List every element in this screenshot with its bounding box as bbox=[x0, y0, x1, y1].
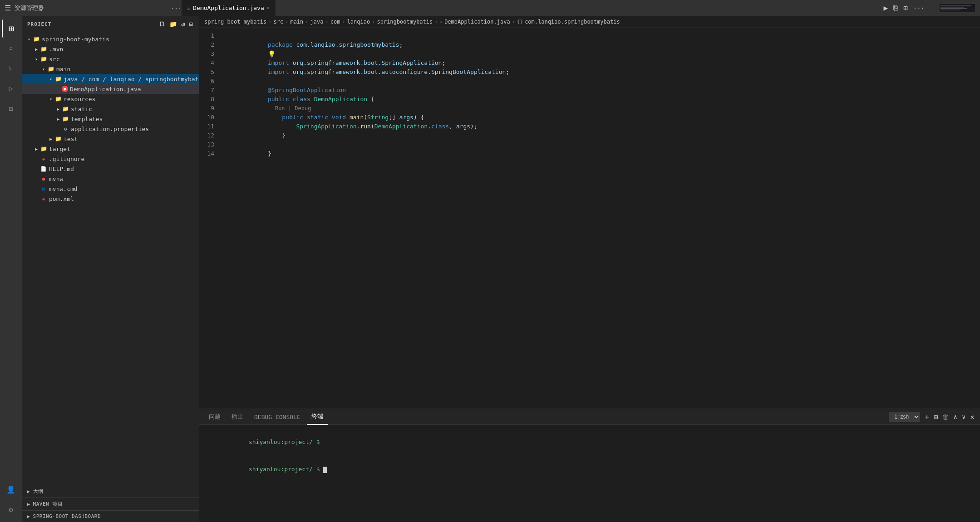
split-editor-button[interactable]: ⎘ bbox=[893, 4, 898, 12]
tree-item-mvnw-cmd[interactable]: ▶ ⊞ mvnw.cmd bbox=[22, 184, 199, 194]
breadcrumb-brace: {} bbox=[517, 19, 523, 24]
label-mvnw: mvnw bbox=[49, 176, 63, 182]
breadcrumb-sep-7: › bbox=[434, 19, 438, 25]
code-lines: package com.lanqiao.springbootmybatis; 💡… bbox=[222, 31, 980, 405]
terminal-close-button[interactable]: × bbox=[970, 413, 975, 421]
code-line-6: @SpringBootApplication bbox=[225, 77, 976, 86]
tab-problems[interactable]: 问题 bbox=[204, 409, 225, 425]
tree-item-pom-xml[interactable]: ▶ ◈ pom.xml bbox=[22, 194, 199, 204]
tree-item-target[interactable]: ▶ 📁 target bbox=[22, 144, 199, 154]
tree-item-demo-app[interactable]: ▶ ● DemoApplication.java bbox=[22, 84, 199, 94]
tab-close-button[interactable]: × bbox=[267, 5, 270, 11]
breadcrumb-class[interactable]: com.lanqiao.springbootmybatis bbox=[525, 19, 620, 25]
new-folder-icon[interactable]: 📁 bbox=[169, 20, 177, 28]
terminal-down-button[interactable]: ∨ bbox=[962, 413, 965, 420]
tab-output[interactable]: 输出 bbox=[227, 409, 248, 425]
sidebar-section-outline[interactable]: ▶ 大纲 bbox=[22, 485, 199, 498]
error-indicator: ● bbox=[62, 86, 68, 92]
breadcrumb-lanqiao[interactable]: lanqiao bbox=[347, 19, 370, 25]
layout-button[interactable]: ⊞ bbox=[903, 4, 908, 12]
tree-item-java-path[interactable]: ▾ 📁 java / com / lanqiao / springbootmyb… bbox=[22, 74, 199, 84]
outline-label: 大纲 bbox=[33, 488, 44, 495]
label-help-md: HELP.md bbox=[49, 166, 74, 172]
tree-item-help-md[interactable]: ▶ 📄 HELP.md bbox=[22, 164, 199, 174]
activity-explorer[interactable]: ⊞ bbox=[2, 20, 20, 38]
code-line-1: package com.lanqiao.springbootmybatis; bbox=[225, 31, 976, 40]
activity-account[interactable]: 👤 bbox=[2, 480, 20, 498]
arrow-templates: ▶ bbox=[54, 115, 62, 122]
arrow-target: ▶ bbox=[33, 145, 40, 152]
tree-item-static[interactable]: ▶ 📁 static bbox=[22, 104, 199, 114]
tab-debug-console[interactable]: DEBUG CONSOLE bbox=[250, 409, 305, 425]
run-debug-hint[interactable]: Run | Debug bbox=[275, 105, 311, 112]
code-line-13: } bbox=[225, 140, 976, 149]
pom-icon: ◈ bbox=[40, 195, 47, 202]
tab-bar: ☕ DemoApplication.java × bbox=[182, 0, 883, 16]
breadcrumb-java[interactable]: java bbox=[310, 19, 324, 25]
tab-label: DemoApplication.java bbox=[193, 5, 264, 11]
terminal-trash-button[interactable]: 🗑 bbox=[942, 413, 949, 420]
tree-item-src[interactable]: ▾ 📁 src bbox=[22, 54, 199, 64]
tree-item-gitignore[interactable]: ▶ ◈ .gitignore bbox=[22, 154, 199, 164]
label-demo-app: DemoApplication.java bbox=[70, 86, 141, 93]
activity-run-debug[interactable]: ▷ bbox=[2, 79, 20, 98]
activity-extensions[interactable]: ⊡ bbox=[2, 99, 20, 117]
tree-item-main[interactable]: ▾ 📁 main bbox=[22, 64, 199, 74]
collapse-icon[interactable]: ⊟ bbox=[189, 20, 193, 28]
breadcrumb-springbootmybatis[interactable]: springbootmybatis bbox=[377, 19, 433, 25]
mvnw-icon: ● bbox=[40, 175, 47, 182]
title-bar-more[interactable]: ··· bbox=[171, 5, 182, 11]
terminal-cmd-2 bbox=[320, 466, 323, 473]
terminal-content[interactable]: shiyanlou:project/ $ shiyanlou:project/ … bbox=[199, 425, 980, 522]
hamburger-icon[interactable]: ☰ bbox=[5, 4, 11, 12]
sidebar-section-maven[interactable]: ▶ MAVEN 项目 bbox=[22, 498, 199, 510]
terminal-select[interactable]: 1: zsh bbox=[889, 412, 920, 422]
tree-item-mvnw[interactable]: ▶ ● mvnw bbox=[22, 174, 199, 184]
tab-demo-application[interactable]: ☕ DemoApplication.java × bbox=[182, 0, 276, 16]
folder-target-icon: 📁 bbox=[40, 145, 47, 152]
folder-test-icon: 📁 bbox=[54, 135, 62, 142]
activity-bar: ⊞ ⌕ ⑂ ▷ ⊡ 👤 ⚙ bbox=[0, 16, 22, 522]
arrow-test: ▶ bbox=[47, 135, 54, 142]
arrow-mvn: ▶ bbox=[33, 45, 40, 53]
title-bar: ☰ 资源管理器 ··· ☕ DemoApplication.java × ▶ ⎘… bbox=[0, 0, 980, 16]
code-line-3: import org.springframework.boot.SpringAp… bbox=[225, 49, 976, 59]
run-button[interactable]: ▶ bbox=[883, 4, 888, 12]
more-actions-button[interactable]: ··· bbox=[913, 5, 925, 12]
project-label: PROJECT bbox=[27, 21, 51, 27]
code-editor[interactable]: 1 2 3 4 5 6 7 8 9 10 11 12 13 14 bbox=[199, 28, 980, 409]
tree-item-app-properties[interactable]: ▶ ⚙ application.properties bbox=[22, 124, 199, 134]
tree-item-root[interactable]: ▾ 📁 spring-boot-mybatis bbox=[22, 34, 199, 44]
label-static: static bbox=[71, 106, 92, 112]
line-numbers: 1 2 3 4 5 6 7 8 9 10 11 12 13 14 bbox=[199, 31, 222, 405]
tree-item-resources[interactable]: ▾ 📁 resources bbox=[22, 94, 199, 104]
terminal-split-button[interactable]: ⊞ bbox=[934, 413, 938, 421]
breadcrumb-src[interactable]: src bbox=[274, 19, 284, 25]
activity-search[interactable]: ⌕ bbox=[2, 39, 20, 58]
breadcrumb-main[interactable]: main bbox=[290, 19, 303, 25]
tree-item-templates[interactable]: ▶ 📁 templates bbox=[22, 114, 199, 124]
terminal-add-button[interactable]: + bbox=[925, 413, 929, 421]
sidebar-section-dashboard[interactable]: ▶ SPRING-BOOT DASHBOARD bbox=[22, 510, 199, 522]
breadcrumb-com[interactable]: com bbox=[330, 19, 340, 25]
breadcrumb-spring[interactable]: spring-boot-mybatis bbox=[204, 19, 266, 25]
label-java-path: java / com / lanqiao / springbootmybatis bbox=[64, 76, 199, 83]
tree-item-test[interactable]: ▶ 📁 test bbox=[22, 134, 199, 144]
activity-source-control[interactable]: ⑂ bbox=[2, 59, 20, 78]
folder-templates-icon: 📁 bbox=[62, 115, 69, 122]
new-file-icon[interactable]: 🗋 bbox=[159, 20, 166, 28]
refresh-icon[interactable]: ↺ bbox=[181, 20, 185, 28]
folder-src-icon: 📁 bbox=[40, 55, 47, 63]
tab-terminal[interactable]: 终端 bbox=[307, 409, 328, 425]
tree-item-mvn[interactable]: ▶ 📁 .mvn bbox=[22, 44, 199, 54]
terminal-up-button[interactable]: ∧ bbox=[953, 413, 957, 420]
breadcrumb-file[interactable]: DemoApplication.java bbox=[444, 19, 510, 25]
folder-java-icon: 📁 bbox=[54, 75, 62, 83]
sidebar: PROJECT 🗋 📁 ↺ ⊟ ▾ 📁 spring-boot-mybatis … bbox=[22, 16, 199, 522]
terminal-line-2: shiyanlou:project/ $ bbox=[206, 456, 973, 483]
activity-settings[interactable]: ⚙ bbox=[2, 500, 20, 518]
maven-arrow: ▶ bbox=[27, 502, 30, 507]
folder-closed-icon: 📁 bbox=[40, 45, 47, 53]
mvnwcmd-icon: ⊞ bbox=[40, 185, 47, 192]
label-mvn: .mvn bbox=[49, 46, 63, 53]
